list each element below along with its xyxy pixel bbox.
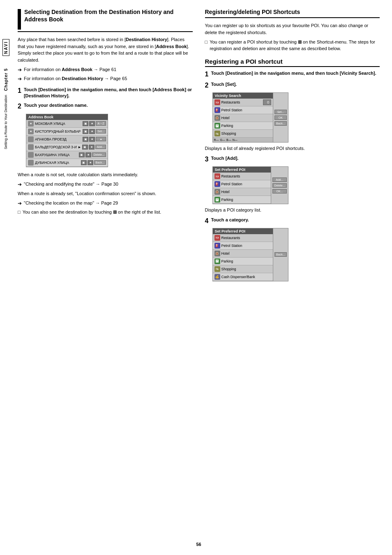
row-icon-2: ★ [28,129,34,134]
screen-row-4: БАЛЬДЕГОРОДСКОЙ 3-И ► ▣ ★ Add... [26,143,108,151]
sub-section-title: Registering a POI shortcut [205,58,380,67]
sp2-text-2: Petrol Station [221,244,272,248]
right-step-text-3: Touch [Add]. [211,155,238,161]
sp1-row-4: 🅿 Parking [213,196,271,204]
step-number-2: 2 [18,102,21,110]
vicinity-ok-btn[interactable]: OK [274,115,286,120]
sp1-ok-btn[interactable]: OK... [272,189,286,193]
sp2-text-4: Parking [221,259,272,263]
sp1-icon-3: 🏨 [214,189,220,195]
set-preferred-title-2: Set Preferred POI [213,228,273,234]
mini-btn-az: A→Z [96,121,106,126]
vicinity-bottom-bar: R— G— B— N— [213,138,273,142]
vicinity-text-1: Restaurants [221,100,263,104]
sp2-icon-6: 💰 [214,274,220,280]
right-step-4: 4 Touch a category. [205,217,380,225]
sp2-back-btn[interactable]: Back... [274,252,286,257]
vicinity-icon-3: 🏨 [214,115,220,121]
mini-icon-11: ▣ [81,160,87,165]
set-preferred-title-1: Set Preferred POI [213,167,271,173]
mini-icon-6: ★ [89,137,95,142]
mini-icon-9: ▣ [79,152,85,157]
sp1-icon-1: 🍽 [214,173,220,179]
after-screen-text-1: When a route is not set, route calculati… [18,171,193,178]
step-number-1: 1 [18,87,21,94]
vicinity-row-2: ⛽ Petrol Station [213,106,273,114]
right-body-text: You can register up to six shortcuts as … [205,22,380,36]
sp1-icon-2: ⛽ [214,181,220,187]
vicinity-set-btn[interactable]: Set... [274,110,286,114]
sp1-row-2: ⛽ Petrol Station [213,180,271,188]
sp1-text-4: Parking [221,198,270,202]
address-book-inline: Address Book [156,44,187,49]
row-icon-1: ★ [28,121,34,127]
sp2-row-6: 💰 Cash Dispenser/Bank [213,273,273,281]
sp1-delete-btn[interactable]: Delete... [272,183,286,188]
set-preferred-screen-1: Set Preferred POI 🍽 Restaurants ⛽ Petrol… [212,166,272,204]
vicinity-screen: Vicinity Search 🍽 Restaurants 0 ⛽ Petrol… [212,92,274,143]
left-section-title: Selecting Destination from the Destinati… [24,8,193,23]
page-number: 56 [18,540,380,547]
sp1-row-3: 🏨 Hotel [213,188,271,196]
right-step-3: 3 Touch [Add]. [205,155,380,163]
left-sidebar: NAVI Chapter 5 Setting a Route to Your D… [0,0,12,555]
sp2-row-3: 🏨 Hotel [213,250,273,258]
sp1-icon-4: 🅿 [214,197,220,203]
row-text-1: МОХОВАЯ УЛИЦА [35,122,83,126]
right-step-2: 2 Touch [Set]. [205,81,380,89]
sp2-icon-4: 🅿 [214,258,220,264]
screen-row-3: АПАКОВА ПРОЕЗД ▣ ★ ● [26,136,108,143]
sp2-text-6: Cash Dispenser/Bank [221,275,272,279]
screen-row-6: ДУБИНСКАЯ УЛИЦА ▣ ★ Back... [26,159,108,167]
right-step-number-3: 3 [205,155,209,163]
black-bar [18,9,21,30]
checkbox-sym-1: □ [18,209,21,215]
row-icon-5 [28,152,34,158]
after-arrow-2: ➔ "Checking the location on the map" → P… [18,200,193,207]
sp2-icon-1: 🍽 [214,235,220,241]
right-section-title: Registering/deleting POI Shortcuts [205,8,380,16]
row-icon-4 [28,144,34,150]
right-section-header: Registering/deleting POI Shortcuts [205,8,380,18]
sp2-btn-col: Back... [273,228,288,281]
set-preferred-screen-1-wrapper: Set Preferred POI 🍽 Restaurants ⛽ Petrol… [212,166,288,204]
set-preferred-screen-2: Set Preferred POI 🍽 Restaurants ⛽ Petrol… [212,228,274,281]
arrow-sym-2: ➔ [18,76,22,83]
vicinity-screen-flex: Vicinity Search 🍽 Restaurants 0 ⛽ Petrol… [212,92,288,143]
sp2-icon-5: 🛍 [214,266,220,272]
arrow-item-1: ➔ For information on Address Book → Page… [18,67,193,74]
vicinity-row-3: 🏨 Hotel [213,114,273,122]
vicinity-back-btn[interactable]: Back... [274,121,286,126]
screen-row-2: ★ КИСТОПРУДНЫЙ БУЛЬВАР ▣ ★ Set... [26,128,108,136]
sp1-text-2: Petrol Station [221,182,270,186]
screen-row-5: БАХРУШИНА УЛИЦА ▣ ★ Delete... [26,151,108,159]
arrow-sym-1: ➔ [18,67,22,74]
sp1-row-1: 🍽 Restaurants [213,173,271,180]
vicinity-row-1: 🍽 Restaurants 0 [213,99,273,106]
dest-history-inline: Destination History [126,37,167,42]
sp1-add-btn[interactable]: Add... [272,177,286,182]
sp2-row-4: 🅿 Parking [213,258,273,265]
vicinity-icon-5: 🛍 [214,131,220,136]
mini-icon-5: ▣ [83,137,88,142]
left-body-text: Any place that has been searched before … [18,36,193,63]
mini-btn-add: Add... [95,145,106,149]
right-step-text-1: Touch [Destination] in the navigation me… [211,70,376,76]
step-text-2: Touch your destination name. [24,102,88,108]
right-step-1: 1 Touch [Destination] in the navigation … [205,70,380,78]
vicinity-text-3: Hotel [221,116,272,120]
mini-icon-10: ★ [85,152,91,157]
mini-btn-dot: ● [96,137,106,141]
main-content: Selecting Destination from the Destinati… [12,0,392,555]
sp2-icon-2: ⛽ [214,243,220,249]
row-text-5: БАХРУШИНА УЛИЦА [35,153,79,157]
dest-history-link: Destination History [62,76,103,81]
right-step-number-4: 4 [205,217,209,225]
screen-title-bar: Address Book [26,114,108,120]
vicinity-desc: Displays a list of already registered PO… [205,145,380,152]
set-preferred-screen-2-wrapper: Set Preferred POI 🍽 Restaurants ⛽ Petrol… [212,228,288,281]
vicinity-title-bar: Vicinity Search [213,93,273,99]
sp2-text-5: Shopping [221,267,272,271]
after-screen-text-2: When a route is already set, "Location c… [18,190,193,197]
sp2-icon-3: 🏨 [214,251,220,256]
